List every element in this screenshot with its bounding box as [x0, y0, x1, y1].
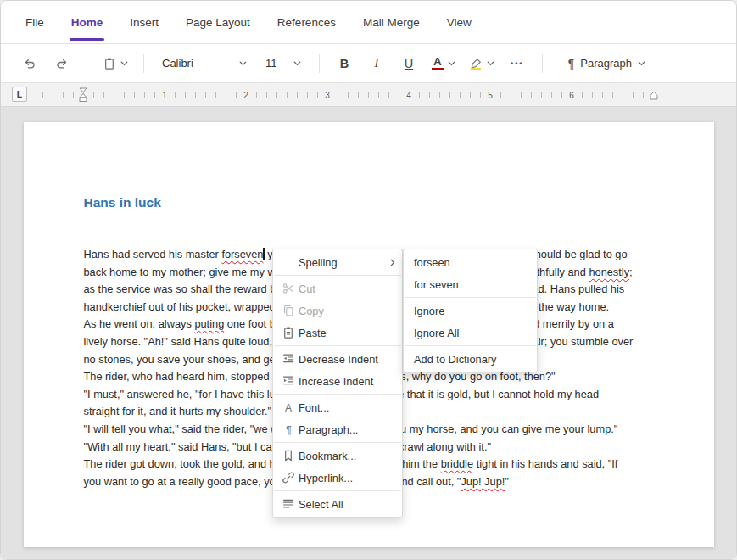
italic-label: I	[375, 56, 379, 70]
increase-indent-icon	[278, 374, 299, 388]
italic-button[interactable]: I	[363, 51, 390, 76]
highlight-color-button[interactable]	[465, 51, 499, 76]
redo-button[interactable]	[48, 51, 75, 76]
chevron-down-icon	[638, 61, 645, 66]
menu-item-label: Hyperlink...	[299, 472, 395, 484]
tab-stop-selector[interactable]: L	[12, 87, 27, 102]
font-icon: A	[278, 400, 299, 414]
menu-item-forseen[interactable]: forseen	[404, 251, 537, 273]
text-run: "	[505, 475, 509, 488]
chevron-down-icon	[487, 61, 494, 66]
chevron-down-icon	[293, 61, 301, 66]
menu-item-select-all[interactable]: Select All	[273, 493, 402, 515]
clipboard-button[interactable]	[98, 51, 132, 76]
tab-page-layout[interactable]: Page Layout	[175, 1, 261, 43]
underline-label: U	[405, 57, 413, 70]
menu-item-spelling[interactable]: Spelling	[273, 251, 402, 273]
ruler-number-2: 2	[241, 90, 251, 99]
text-run: Hans had served his master	[84, 248, 222, 260]
toolbar-separator	[542, 54, 543, 73]
menu-item-hyperlink[interactable]: Hyperlink...	[273, 467, 402, 489]
menu-item-for-seven[interactable]: for seven	[404, 273, 537, 295]
menu-separator	[274, 394, 401, 395]
menu-item-decrease-indent[interactable]: Decrease Indent	[273, 348, 402, 370]
tab-view[interactable]: View	[436, 1, 483, 43]
menu-item-label: forseen	[414, 256, 530, 269]
menu-item-increase-indent[interactable]: Increase Indent	[273, 370, 402, 392]
menu-item-cut: Cut	[273, 277, 402, 300]
underline-button[interactable]: U	[395, 51, 422, 76]
indent-marker-right[interactable]	[650, 91, 658, 101]
menu-separator	[274, 442, 401, 443]
menu-item-add-to-dictionary[interactable]: Add to Dictionary	[404, 348, 537, 370]
chevron-down-icon	[239, 61, 247, 66]
scissors-icon	[278, 282, 299, 295]
font-name-value: Calibri	[162, 57, 193, 70]
menu-item-font[interactable]: AFont...	[273, 396, 402, 418]
font-color-icon: A	[432, 56, 444, 71]
bookmark-icon	[278, 449, 299, 462]
undo-icon	[23, 57, 36, 70]
tab-insert[interactable]: Insert	[119, 1, 170, 43]
font-size-select[interactable]: 11	[259, 51, 308, 76]
menu-item-paste[interactable]: Paste	[273, 322, 402, 344]
copy-icon	[278, 304, 299, 317]
menu-item-label: Spelling	[299, 256, 390, 269]
toolbar: Calibri 11 B I U A ••• ¶ Paragraph	[1, 44, 736, 83]
menu-item-label: Copy	[299, 305, 395, 317]
menu-item-paragraph[interactable]: ¶Paragraph...	[273, 418, 402, 440]
misspelled-word: honestly	[589, 266, 629, 278]
text-run: straight for it, and it hurts my shoulde…	[84, 405, 271, 417]
context-menu: SpellingCutCopyPasteDecrease IndentIncre…	[272, 249, 403, 518]
highlight-icon	[469, 57, 483, 70]
bold-button[interactable]: B	[331, 51, 358, 76]
misspelled-word: forseven	[221, 248, 263, 260]
menu-item-label: Select All	[299, 498, 395, 511]
horizontal-ruler: L 1234567	[1, 83, 736, 107]
paragraph-icon: ¶	[278, 423, 299, 436]
font-name-select[interactable]: Calibri	[155, 51, 254, 76]
svg-text:¶: ¶	[286, 424, 291, 436]
paragraph-options-button[interactable]: ¶ Paragraph	[561, 51, 653, 76]
font-size-value: 11	[265, 57, 277, 70]
svg-text:A: A	[285, 402, 292, 414]
menu-item-ignore[interactable]: Ignore	[404, 300, 537, 322]
chevron-down-icon	[120, 61, 128, 66]
menu-item-label: Font...	[299, 401, 395, 414]
paste-icon	[278, 326, 299, 339]
menu-item-label: Ignore	[414, 305, 530, 317]
ruler-number-5: 5	[485, 90, 495, 99]
misspelled-word: Jup! Jup!	[461, 475, 505, 488]
bold-label: B	[340, 57, 349, 70]
text-run: tight in his hands and said, "If	[473, 457, 617, 470]
menu-item-ignore-all[interactable]: Ignore All	[404, 322, 537, 344]
text-run: ;	[629, 266, 633, 278]
icon-placeholder	[278, 255, 299, 269]
tab-references[interactable]: References	[266, 1, 347, 43]
undo-button[interactable]	[16, 51, 43, 76]
font-color-button[interactable]: A	[427, 51, 460, 76]
menu-item-bookmark[interactable]: Bookmark...	[273, 445, 402, 467]
paragraph-group-label: Paragraph	[580, 57, 632, 70]
document-heading: Hans in luck	[84, 195, 654, 210]
spelling-submenu: forseenfor sevenIgnoreIgnore AllAdd to D…	[403, 249, 538, 372]
ruler-ticks	[42, 92, 654, 98]
menu-separator	[405, 345, 536, 346]
hyperlink-icon	[278, 471, 299, 484]
tab-home[interactable]: Home	[60, 1, 114, 43]
ellipsis-icon: •••	[511, 59, 523, 68]
decrease-indent-icon	[278, 352, 299, 366]
ruler-number-4: 4	[404, 90, 414, 99]
tab-file[interactable]: File	[14, 1, 55, 43]
more-options-button[interactable]: •••	[504, 51, 531, 76]
menu-item-copy: Copy	[273, 300, 402, 322]
indent-marker-left[interactable]	[79, 87, 87, 103]
tab-mail-merge[interactable]: Mail Merge	[352, 1, 431, 43]
ruler-number-1: 1	[159, 90, 170, 99]
menu-item-label: Ignore All	[414, 327, 530, 339]
clipboard-icon	[103, 57, 116, 70]
menu-item-label: Bookmark...	[299, 450, 395, 462]
chevron-down-icon	[448, 61, 455, 66]
document-editor-app: FileHomeInsertPage LayoutReferencesMail …	[0, 0, 737, 560]
menu-bar: FileHomeInsertPage LayoutReferencesMail …	[1, 1, 736, 44]
